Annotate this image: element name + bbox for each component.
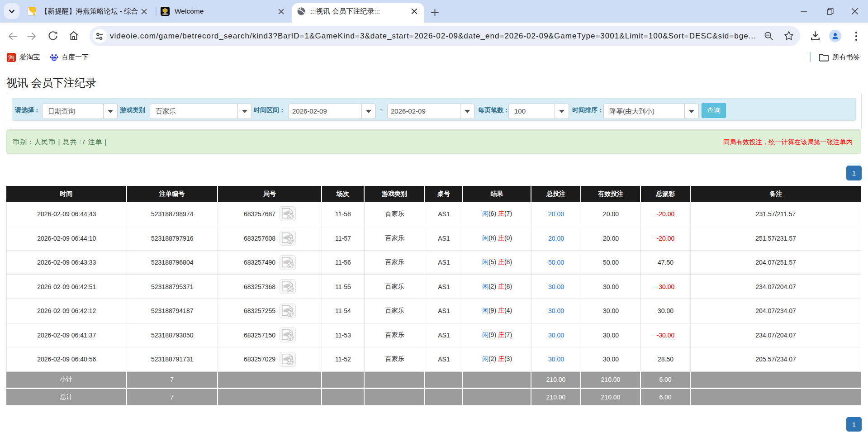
svg-text:du: du — [52, 57, 56, 60]
svg-text:淘: 淘 — [8, 54, 14, 61]
